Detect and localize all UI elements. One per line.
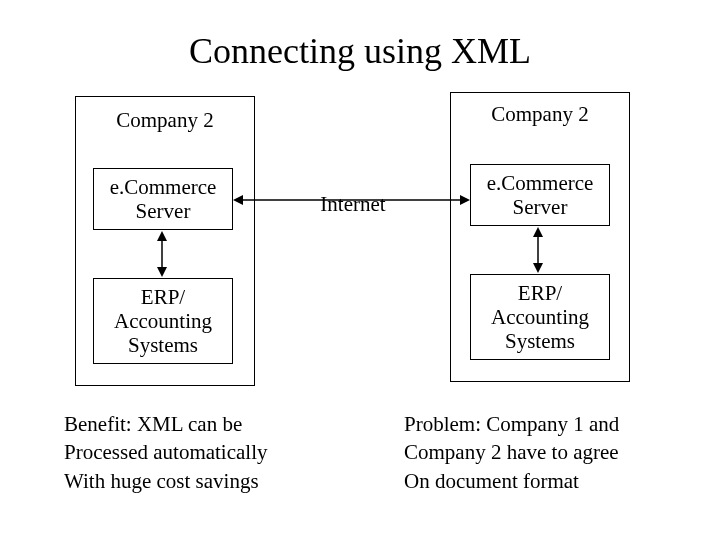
connector-vertical-right: [531, 227, 545, 273]
benefit-caption: Benefit: XML can be Processed automatica…: [64, 410, 268, 495]
company-right-label: Company 2: [450, 102, 630, 126]
connector-horizontal: [233, 193, 470, 207]
connector-vertical-left: [155, 231, 169, 277]
company-left-label: Company 2: [75, 108, 255, 132]
ecommerce-server-right: e.Commerce Server: [470, 164, 610, 226]
svg-marker-5: [157, 267, 167, 277]
svg-marker-1: [233, 195, 243, 205]
problem-caption: Problem: Company 1 and Company 2 have to…: [404, 410, 619, 495]
svg-marker-8: [533, 263, 543, 273]
ecommerce-server-left: e.Commerce Server: [93, 168, 233, 230]
erp-box-right: ERP/ Accounting Systems: [470, 274, 610, 360]
svg-marker-4: [157, 231, 167, 241]
erp-box-left: ERP/ Accounting Systems: [93, 278, 233, 364]
svg-marker-7: [533, 227, 543, 237]
svg-marker-2: [460, 195, 470, 205]
diagram-title: Connecting using XML: [0, 30, 720, 72]
